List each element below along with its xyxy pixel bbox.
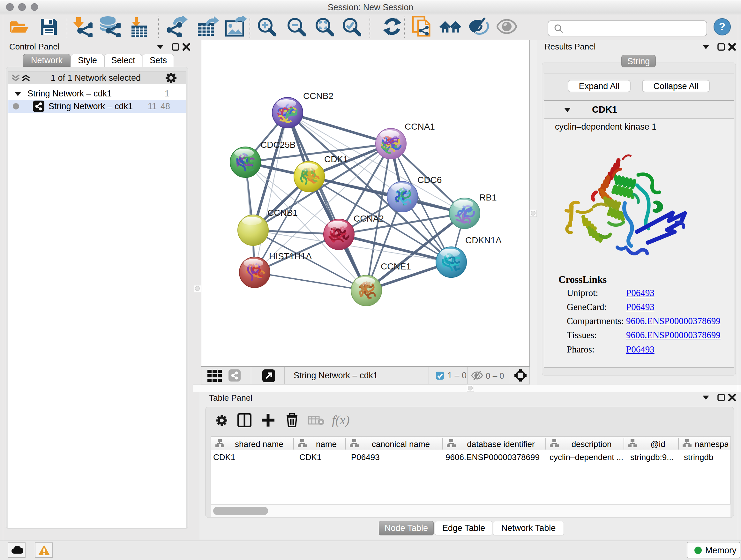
svg-text:CCNA1: CCNA1 <box>405 122 435 132</box>
svg-text:RB1: RB1 <box>479 192 496 202</box>
svg-text:CCNE1: CCNE1 <box>381 261 411 271</box>
svg-text:?: ? <box>719 20 726 33</box>
svg-text:CCNA2: CCNA2 <box>354 213 384 224</box>
svg-text:CCNB2: CCNB2 <box>303 91 333 101</box>
svg-text:CDC25B: CDC25B <box>260 140 295 150</box>
svg-text:CDK1: CDK1 <box>324 154 348 164</box>
svg-text:CDKN1A: CDKN1A <box>465 235 502 245</box>
svg-text:CCNB1: CCNB1 <box>267 208 298 218</box>
svg-text:HIST1H1A: HIST1H1A <box>269 251 312 261</box>
svg-text:CDC6: CDC6 <box>417 175 442 185</box>
